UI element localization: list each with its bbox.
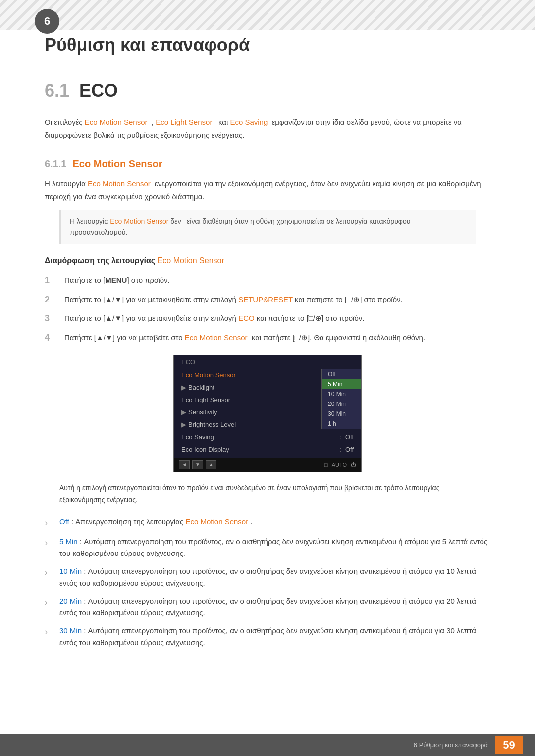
inline-setup: SETUP&RESET bbox=[238, 295, 293, 303]
list-item: 4 Πατήστε [▲/▼] για να μεταβείτε στο Eco… bbox=[45, 332, 490, 345]
page-number: 59 bbox=[495, 736, 523, 754]
config-title: Διαμόρφωση της λειτουργίας Eco Motion Se… bbox=[45, 256, 490, 265]
eco-item-saving-label: Eco Saving bbox=[181, 433, 335, 441]
main-title: Ρύθμιση και επαναφορά bbox=[45, 35, 490, 55]
eco-row-saving: Eco Saving : Off bbox=[174, 431, 361, 443]
inline-eco-motion-note: Eco Motion Sensor bbox=[110, 217, 168, 225]
dropdown-option-off: Off bbox=[322, 369, 361, 379]
eco-nav-left[interactable]: ◄ bbox=[179, 460, 190, 469]
bullet-list: › Off : Απενεργοποίηση της λειτουργίας E… bbox=[45, 516, 490, 649]
note-text: Η λειτουργία Eco Motion Sensor δεν είναι… bbox=[70, 217, 410, 236]
config-title-bold: Διαμόρφωση της λειτουργίας bbox=[45, 256, 155, 265]
eco-screen-wrapper: ECO Eco Motion Sensor Off 5 Min 10 Min 2… bbox=[173, 355, 362, 472]
bullet-item-10min: › 10 Min : Αυτόματη απενεργοποίηση του π… bbox=[45, 565, 490, 589]
section-title: ECO bbox=[79, 80, 118, 101]
step-3-text: Πατήστε το [▲/▼] για να μετακινηθείτε στ… bbox=[64, 312, 490, 324]
dropdown-option-10min: 10 Min bbox=[322, 389, 361, 399]
bullet-20min-label: 20 Min bbox=[59, 597, 82, 605]
intro-paragraph: Οι επιλογές Eco Motion Sensor , Eco Ligh… bbox=[45, 116, 490, 141]
page-content: Ρύθμιση και επαναφορά 6.1 ECO Οι επιλογέ… bbox=[0, 0, 535, 694]
bullet-item-20min: › 20 Min : Αυτόματη απενεργοποίηση του π… bbox=[45, 595, 490, 619]
bullet-30min-label: 30 Min bbox=[59, 626, 82, 635]
eco-label-auto: AUTO bbox=[332, 462, 347, 468]
bullet-off-eco: Eco Motion Sensor bbox=[185, 517, 248, 526]
highlight-eco-light: Eco Light Sensor bbox=[156, 118, 212, 126]
bullet-10min-label: 10 Min bbox=[59, 567, 82, 575]
step-4-text: Πατήστε [▲/▼] για να μεταβείτε στο Eco M… bbox=[64, 332, 490, 344]
eco-screen-container: ECO Eco Motion Sensor Off 5 Min 10 Min 2… bbox=[45, 355, 490, 472]
bullet-item-5min: › 5 Min : Αυτόματη απενεργοποίηση του πρ… bbox=[45, 536, 490, 559]
inline-eco: ECO bbox=[238, 314, 255, 322]
bullet-item-off: › Off : Απενεργοποίηση της λειτουργίας E… bbox=[45, 516, 490, 530]
bullet-off-text: Off : Απενεργοποίηση της λειτουργίας Eco… bbox=[59, 516, 253, 528]
bullet-10min-text: 10 Min : Αυτόματη απενεργοποίηση του προ… bbox=[59, 565, 490, 589]
bullet-5min-text: 5 Min : Αυτόματη απενεργοποίηση του προϊ… bbox=[59, 536, 490, 559]
eco-dropdown: Off 5 Min 10 Min 20 Min 30 Min 1 h bbox=[321, 369, 361, 429]
list-item: 1 Πατήστε το [MENU] στο προϊόν. bbox=[45, 274, 490, 288]
screen-caption: Αυτή η επιλογή απενεργοποιείται όταν το … bbox=[59, 482, 476, 506]
page-footer: 6 Ρύθμιση και επαναφορά 59 bbox=[0, 734, 535, 756]
subsection-header: 6.1.1 Eco Motion Sensor bbox=[45, 158, 490, 170]
highlight-eco-motion: Eco Motion Sensor bbox=[85, 118, 148, 126]
top-decoration bbox=[0, 0, 535, 30]
subsection-number: 6.1.1 bbox=[45, 158, 66, 170]
dropdown-option-30min: 30 Min bbox=[322, 409, 361, 419]
eco-item-icon-display-value: Off bbox=[345, 446, 354, 453]
dropdown-option-1h: 1 h bbox=[322, 419, 361, 429]
list-item: 2 Πατήστε το [▲/▼] για να μετακινηθείτε … bbox=[45, 294, 490, 307]
highlight-eco-saving: Eco Saving bbox=[230, 118, 268, 126]
step-1-text: Πατήστε το [MENU] στο προϊόν. bbox=[64, 274, 490, 286]
list-item: 3 Πατήστε το [▲/▼] για να μετακινηθείτε … bbox=[45, 312, 490, 326]
page: 6 Ρύθμιση και επαναφορά 6.1 ECO Οι επιλο… bbox=[0, 0, 535, 756]
bullet-30min-text: 30 Min : Αυτόματη απενεργοποίηση του προ… bbox=[59, 625, 490, 649]
eco-item-icon-display-label: Eco Icon Display bbox=[181, 446, 335, 453]
eco-nav-down[interactable]: ▼ bbox=[192, 460, 203, 469]
subsection-body1: Η λειτουργία Eco Motion Sensor ενεργοποι… bbox=[45, 177, 490, 202]
section-header: 6.1 ECO bbox=[45, 80, 490, 101]
eco-row-icon-display: Eco Icon Display : Off bbox=[174, 443, 361, 455]
steps-list: 1 Πατήστε το [MENU] στο προϊόν. 2 Πατήστ… bbox=[45, 274, 490, 345]
step-2-text: Πατήστε το [▲/▼] για να μετακινηθείτε στ… bbox=[64, 294, 490, 305]
bullet-5min-label: 5 Min bbox=[59, 537, 78, 546]
eco-nav-up[interactable]: ▲ bbox=[206, 460, 216, 469]
subsection-title: Eco Motion Sensor bbox=[72, 158, 162, 170]
bullet-20min-text: 20 Min : Αυτόματη απενεργοποίηση του προ… bbox=[59, 595, 490, 619]
eco-screen: ECO Eco Motion Sensor Off 5 Min 10 Min 2… bbox=[173, 355, 362, 472]
eco-row-motion: Eco Motion Sensor Off 5 Min 10 Min 20 Mi… bbox=[174, 369, 361, 381]
eco-bottom-bar: ◄ ▼ ▲ □ AUTO ⏻ bbox=[174, 458, 361, 472]
footer-chapter-text: 6 Ρύθμιση και επαναφορά bbox=[414, 741, 488, 749]
eco-menu-title: ECO bbox=[174, 355, 361, 369]
chapter-number-circle: 6 bbox=[35, 9, 59, 34]
eco-right-icons: □ AUTO ⏻ bbox=[324, 462, 356, 468]
bullet-item-30min: › 30 Min : Αυτόματη απενεργοποίηση του π… bbox=[45, 625, 490, 649]
chapter-number: 6 bbox=[44, 15, 50, 28]
bullet-off-label: Off bbox=[59, 517, 69, 526]
eco-item-saving-value: Off bbox=[345, 433, 354, 441]
config-title-plain: Eco Motion Sensor bbox=[158, 256, 224, 265]
dropdown-option-5min: 5 Min bbox=[322, 379, 361, 389]
note-box: Η λειτουργία Eco Motion Sensor δεν είναι… bbox=[59, 210, 476, 244]
section-number: 6.1 bbox=[45, 80, 69, 101]
dropdown-option-20min: 20 Min bbox=[322, 399, 361, 409]
inline-eco-motion-step4: Eco Motion Sensor bbox=[185, 333, 248, 342]
eco-nav-buttons: ◄ ▼ ▲ bbox=[179, 460, 216, 469]
eco-icon-monitor: □ bbox=[324, 462, 328, 468]
eco-icon-power: ⏻ bbox=[351, 462, 356, 468]
inline-eco-motion-1: Eco Motion Sensor bbox=[88, 179, 151, 188]
